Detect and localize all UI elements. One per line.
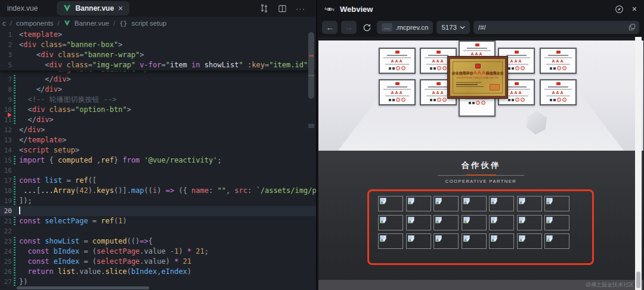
- code-line[interactable]: 13</template>: [0, 135, 316, 145]
- partner-logo-cell[interactable]: [462, 215, 487, 230]
- partner-logo-cell[interactable]: [517, 215, 542, 230]
- code-line[interactable]: 23const showList = computed(()=>{: [0, 236, 316, 247]
- back-button[interactable]: ←: [322, 21, 338, 34]
- broken-image-icon: [519, 217, 525, 223]
- page-footer: @稀土掘金技术社区: [318, 280, 643, 290]
- plaque-seal: [490, 84, 500, 91]
- code-line[interactable]: 17const list = ref([: [0, 176, 316, 186]
- code-editor[interactable]: 1<template>2<div class="banner-box">3 <d…: [0, 30, 316, 290]
- code-line[interactable]: 26 return list.value.slice(bIndex,eIndex…: [0, 267, 316, 277]
- gold-plaque: 企业信用评价AAA级信用企业 ENTERPRISE CREDIT EVALUAT…: [448, 57, 507, 98]
- path-input[interactable]: /#/: [473, 21, 639, 34]
- git-modified-indicator: [14, 217, 16, 226]
- refresh-button[interactable]: [360, 21, 373, 34]
- code-line[interactable]: 2<div class="banner-box">: [0, 40, 316, 50]
- code-line[interactable]: 12</div>: [0, 125, 316, 135]
- plaque-title: 企业信用评价AAA级信用企业: [452, 70, 504, 76]
- broken-image-icon: [546, 198, 553, 204]
- code-line[interactable]: 25 const eIndex = (selectPage.value) * 2…: [0, 257, 316, 267]
- partner-logo-cell[interactable]: [517, 233, 542, 249]
- breadcrumb-script-setup[interactable]: script setup: [131, 20, 166, 27]
- path-value: /#/: [478, 24, 486, 31]
- line-number: 25: [0, 257, 12, 267]
- partner-logo-cell[interactable]: [544, 196, 569, 211]
- partner-logo-cell[interactable]: [406, 215, 431, 230]
- editor-vertical-scrollbar[interactable]: [308, 32, 314, 99]
- vue-logo-icon: [63, 5, 71, 12]
- more-actions-icon[interactable]: ···: [296, 4, 305, 13]
- breadcrumb-file[interactable]: Banner.vue: [75, 20, 109, 27]
- close-webview-icon[interactable]: ×: [632, 5, 637, 13]
- git-modified-indicator: [14, 186, 16, 195]
- code-line[interactable]: 20: [0, 206, 316, 216]
- partner-logo-cell[interactable]: [544, 233, 569, 249]
- code-line[interactable]: 18 ...[...Array(42).keys()].map((i) => (…: [0, 186, 316, 196]
- code-line[interactable]: 7 </div>: [0, 74, 316, 85]
- partner-logo-cell[interactable]: [378, 233, 403, 249]
- git-modified-indicator: [14, 75, 16, 84]
- host-ellipsis-badge: …: [382, 23, 392, 32]
- git-modified-indicator: [14, 85, 16, 94]
- port-selector[interactable]: 5173: [436, 21, 470, 34]
- broken-image-icon: [408, 235, 414, 242]
- code-line[interactable]: 22: [0, 226, 316, 236]
- code-line[interactable]: 5 <div class="img-wrap" v-for="item in s…: [0, 60, 316, 70]
- partner-logo-cell[interactable]: [434, 215, 459, 230]
- code-line[interactable]: 15import { computed ,ref} from '@vue/rea…: [0, 155, 316, 166]
- tab-banner-vue[interactable]: Banner.vue ×: [57, 1, 129, 15]
- copy-icon[interactable]: [628, 23, 636, 32]
- code-line[interactable]: 27}): [0, 277, 316, 287]
- webview-header: Webview ×: [317, 0, 644, 18]
- partner-logo-cell[interactable]: [434, 233, 459, 249]
- compass-icon[interactable]: [615, 5, 624, 14]
- broken-image-icon: [491, 217, 497, 223]
- line-number: 15: [0, 155, 12, 166]
- partner-logo-cell[interactable]: [462, 196, 487, 211]
- code-line[interactable]: 11 </div>: [0, 115, 316, 125]
- host-chip[interactable]: … .mcprev.cn: [377, 21, 433, 34]
- page-scrollbar[interactable]: [635, 37, 642, 290]
- line-number: 8: [0, 85, 12, 95]
- partner-logo-cell[interactable]: [489, 215, 514, 230]
- git-modified-indicator: [14, 247, 16, 256]
- partner-logo-cell[interactable]: [517, 196, 542, 211]
- code-line[interactable]: 14<script setup>: [0, 145, 316, 155]
- plaque-emblem-icon: [475, 64, 481, 68]
- code-line[interactable]: 16: [0, 166, 316, 176]
- open-changes-icon[interactable]: [259, 4, 269, 13]
- partner-logo-cell[interactable]: [406, 233, 431, 249]
- code-line[interactable]: 19]);: [0, 196, 316, 206]
- polyhedron-decoration: [525, 111, 548, 135]
- forward-button[interactable]: →: [341, 21, 357, 34]
- code-line[interactable]: 3 <div class="banner-wrap">: [0, 50, 316, 60]
- breadcrumb-src[interactable]: c: [2, 20, 6, 27]
- code-line[interactable]: 21const selectPage = ref(1): [0, 216, 316, 226]
- partner-logo-cell[interactable]: [378, 215, 403, 230]
- git-modified-indicator: [14, 237, 16, 246]
- split-editor-icon[interactable]: [278, 4, 287, 13]
- tab-index-vue[interactable]: index.vue: [0, 4, 45, 13]
- close-tab-icon[interactable]: ×: [118, 4, 123, 13]
- code-line[interactable]: 1<template>: [0, 30, 316, 40]
- partner-logo-cell[interactable]: [544, 215, 569, 230]
- code-line[interactable]: 10 <div class="option-btn">: [0, 105, 316, 115]
- code-line[interactable]: 9 <!-- 轮播图切换按钮 -->: [0, 95, 316, 105]
- page-scrollbar-thumb[interactable]: [636, 272, 640, 288]
- broken-image-icon: [463, 198, 470, 204]
- partner-logo-cell[interactable]: [434, 196, 459, 211]
- partner-logo-cell[interactable]: [489, 233, 514, 249]
- partner-logo-cell[interactable]: [378, 196, 403, 211]
- git-modified-indicator: [14, 116, 16, 124]
- webview-page: AAAAAAAAAAAAAAAAAAAAAAAAAAAAAA 企业信用评价AAA…: [318, 37, 643, 290]
- line-number: 17: [0, 176, 12, 186]
- broken-image-icon: [519, 235, 525, 242]
- breadcrumb-components[interactable]: components: [16, 20, 54, 27]
- partner-logo-cell[interactable]: [489, 196, 514, 211]
- editor-horizontal-scrollbar[interactable]: [17, 286, 149, 289]
- code-line[interactable]: 8 </div>: [0, 85, 316, 95]
- line-number: 24: [0, 247, 12, 257]
- code-line[interactable]: 24 const bIndex = (selectPage.value -1) …: [0, 247, 316, 257]
- partner-logo-cell[interactable]: [406, 196, 431, 211]
- partner-logo-cell[interactable]: [462, 233, 487, 249]
- partner-title: 合作伙伴: [318, 151, 643, 171]
